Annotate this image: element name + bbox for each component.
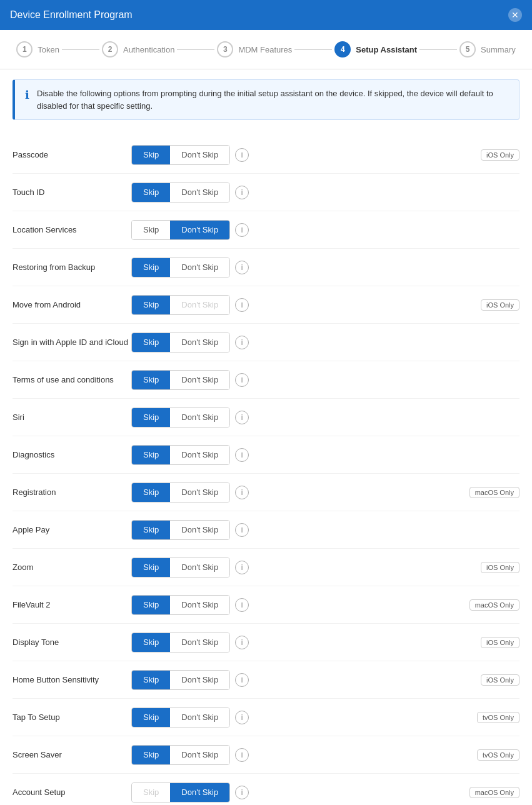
toggle-group-7: SkipDon't Skip [131, 408, 230, 428]
badge-9: macOS Only [469, 487, 519, 498]
skip-button-11[interactable]: Skip [132, 558, 170, 577]
step-1[interactable]: 1Token [16, 41, 59, 58]
info-button-6[interactable]: i [235, 373, 249, 387]
step-divider-1 [177, 49, 214, 50]
badge-0: iOS Only [481, 149, 519, 161]
skip-button-1[interactable]: Skip [132, 183, 170, 202]
row-label-2: Location Services [13, 225, 131, 234]
info-button-2[interactable]: i [235, 223, 249, 237]
step-label-4: Setup Assistant [356, 45, 417, 54]
step-4[interactable]: 4Setup Assistant [334, 41, 417, 58]
badge-11: iOS Only [481, 562, 519, 573]
skip-button-3[interactable]: Skip [132, 258, 170, 277]
skip-button-6[interactable]: Skip [132, 371, 170, 389]
close-button[interactable]: ✕ [508, 8, 522, 22]
step-5[interactable]: 5Summary [459, 41, 516, 58]
info-button-14[interactable]: i [235, 673, 249, 687]
info-button-8[interactable]: i [235, 448, 249, 462]
dont-skip-button-7[interactable]: Don't Skip [170, 408, 229, 427]
skip-button-2[interactable]: Skip [132, 221, 170, 239]
dont-skip-button-5[interactable]: Don't Skip [170, 333, 229, 352]
table-row: Tap To SetupSkipDon't SkipitvOS Only [13, 699, 519, 736]
info-button-7[interactable]: i [235, 411, 249, 424]
toggle-group-1: SkipDon't Skip [131, 182, 230, 202]
dont-skip-button-4[interactable]: Don't Skip [170, 296, 229, 314]
badge-12: macOS Only [469, 599, 519, 611]
table-row: Sign in with Apple ID and iCloudSkipDon'… [13, 324, 519, 361]
row-label-17: Account Setup [13, 788, 131, 797]
table-row: Terms of use and conditionsSkipDon't Ski… [13, 361, 519, 399]
info-button-15[interactable]: i [235, 711, 249, 724]
skip-button-16[interactable]: Skip [132, 746, 170, 764]
info-button-3[interactable]: i [235, 261, 249, 274]
dont-skip-button-11[interactable]: Don't Skip [170, 558, 229, 577]
toggle-group-2: SkipDon't Skip [131, 220, 230, 240]
row-label-15: Tap To Setup [13, 712, 131, 722]
row-label-11: Zoom [13, 562, 131, 572]
skip-button-4[interactable]: Skip [132, 296, 170, 314]
dont-skip-button-2[interactable]: Don't Skip [170, 221, 229, 239]
settings-list: PasscodeSkipDon't SkipiiOS OnlyTouch IDS… [0, 130, 532, 805]
info-button-5[interactable]: i [235, 336, 249, 349]
info-button-4[interactable]: i [235, 298, 249, 312]
dont-skip-button-14[interactable]: Don't Skip [170, 671, 229, 689]
dont-skip-button-17[interactable]: Don't Skip [170, 783, 229, 802]
dont-skip-button-6[interactable]: Don't Skip [170, 371, 229, 389]
info-button-1[interactable]: i [235, 186, 249, 199]
dont-skip-button-0[interactable]: Don't Skip [170, 146, 229, 164]
badge-14: iOS Only [481, 674, 519, 686]
skip-button-15[interactable]: Skip [132, 708, 170, 727]
skip-button-0[interactable]: Skip [132, 146, 170, 164]
info-button-13[interactable]: i [235, 636, 249, 649]
info-button-10[interactable]: i [235, 523, 249, 537]
dont-skip-button-8[interactable]: Don't Skip [170, 446, 229, 464]
dont-skip-button-16[interactable]: Don't Skip [170, 746, 229, 764]
table-row: Restoring from BackupSkipDon't Skipi [13, 249, 519, 286]
info-bar: ℹ Disable the following options from pro… [13, 79, 519, 120]
steps-bar: 1Token2Authentication3MDM Features4Setup… [0, 30, 532, 69]
main-window: Device Enrollment Program ✕ 1Token2Authe… [0, 0, 532, 805]
info-button-11[interactable]: i [235, 561, 249, 574]
step-divider-3 [419, 49, 457, 50]
info-button-0[interactable]: i [235, 148, 249, 162]
row-label-8: Diagnostics [13, 450, 131, 459]
row-label-3: Restoring from Backup [13, 262, 131, 272]
step-circle-5: 5 [459, 41, 476, 58]
dont-skip-button-13[interactable]: Don't Skip [170, 633, 229, 652]
skip-button-8[interactable]: Skip [132, 446, 170, 464]
info-button-9[interactable]: i [235, 486, 249, 499]
skip-button-7[interactable]: Skip [132, 408, 170, 427]
toggle-group-15: SkipDon't Skip [131, 708, 230, 728]
dont-skip-button-15[interactable]: Don't Skip [170, 708, 229, 727]
info-button-12[interactable]: i [235, 598, 249, 612]
dont-skip-button-9[interactable]: Don't Skip [170, 483, 229, 502]
row-label-10: Apple Pay [13, 525, 131, 534]
toggle-group-11: SkipDon't Skip [131, 558, 230, 578]
info-button-17[interactable]: i [235, 786, 249, 799]
skip-button-13[interactable]: Skip [132, 633, 170, 652]
info-button-16[interactable]: i [235, 748, 249, 762]
toggle-group-4: SkipDon't Skip [131, 295, 230, 315]
info-icon: ℹ [25, 88, 29, 102]
dont-skip-button-10[interactable]: Don't Skip [170, 521, 229, 539]
step-circle-1: 1 [16, 41, 33, 58]
skip-button-5[interactable]: Skip [132, 333, 170, 352]
skip-button-17[interactable]: Skip [132, 783, 170, 802]
row-label-1: Touch ID [13, 188, 131, 197]
table-row: Touch IDSkipDon't Skipi [13, 174, 519, 211]
skip-button-9[interactable]: Skip [132, 483, 170, 502]
step-circle-3: 3 [217, 41, 233, 58]
skip-button-12[interactable]: Skip [132, 596, 170, 614]
title-bar: Device Enrollment Program ✕ [0, 0, 532, 30]
step-2[interactable]: 2Authentication [102, 41, 174, 58]
step-3[interactable]: 3MDM Features [217, 41, 292, 58]
table-row: Display ToneSkipDon't SkipiiOS Only [13, 624, 519, 661]
dont-skip-button-3[interactable]: Don't Skip [170, 258, 229, 277]
skip-button-10[interactable]: Skip [132, 521, 170, 539]
badge-4: iOS Only [481, 299, 519, 311]
step-circle-2: 2 [102, 41, 118, 58]
row-label-16: Screen Saver [13, 750, 131, 759]
dont-skip-button-12[interactable]: Don't Skip [170, 596, 229, 614]
skip-button-14[interactable]: Skip [132, 671, 170, 689]
dont-skip-button-1[interactable]: Don't Skip [170, 183, 229, 202]
